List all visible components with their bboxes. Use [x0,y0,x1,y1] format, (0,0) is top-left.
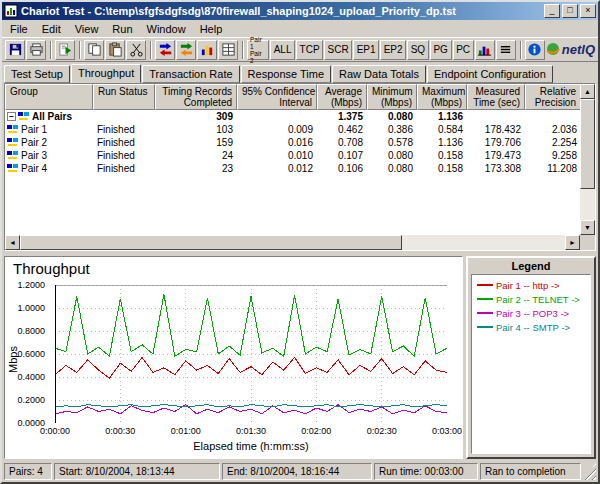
group-label: Pair 4 [21,163,47,174]
scroll-right-icon[interactable]: ► [565,235,580,250]
avg-cell: 0.106 [317,163,367,174]
column-header-average[interactable]: Average(Mbps) [317,84,367,110]
x-tick-label: 0:01:30 [226,426,276,436]
horizontal-scroll-thumb[interactable] [20,235,402,250]
toolbar-button-sq[interactable]: SQ [407,40,429,60]
vertical-scroll-track[interactable] [580,99,595,220]
menu-item-help[interactable]: Help [193,21,230,37]
min-cell: 0.080 [367,150,417,161]
tab-test-setup[interactable]: Test Setup [4,65,70,83]
max-cell: 1.136 [417,111,467,122]
menu-item-run[interactable]: Run [105,21,139,37]
copy-button[interactable] [84,40,104,60]
legend-item: Pair 3 -- POP3 -> [474,306,588,320]
menu-item-view[interactable]: View [68,21,106,37]
status-segment: Ran to completion [480,463,581,480]
pair-add-button[interactable] [155,40,175,60]
vertical-scroll-thumb[interactable] [580,99,595,189]
column-header-measured[interactable]: MeasuredTime (sec) [467,84,525,110]
column-header-minimum[interactable]: Minimum(Mbps) [367,84,417,110]
pair-icon [7,163,19,174]
horizontal-scroll-track[interactable] [20,235,565,250]
run-group-button[interactable] [55,40,75,60]
print-button[interactable] [26,40,46,60]
confidence-cell: 0.009 [237,124,317,135]
chart-title: Throughput [13,260,90,277]
column-header-relative[interactable]: RelativePrecision [525,84,580,110]
column-header-timing-records[interactable]: Timing RecordsCompleted [155,84,237,110]
cut-button[interactable] [126,40,146,60]
toolbar-separator [520,41,522,59]
resize-grip[interactable] [583,463,596,480]
paste-button[interactable] [105,40,125,60]
application-window: Chariot Test - C:\temp\sfgfsdgfsdg\870fi… [0,0,600,484]
results-table: GroupRun StatusTiming RecordsCompleted95… [5,84,580,235]
x-tick-label: 0:00:00 [30,426,80,436]
toolbar-button-all[interactable]: ALL [270,40,295,60]
tab-response-time[interactable]: Response Time [241,65,331,83]
group-label: Pair 1 [21,124,47,135]
pair-copy-button[interactable] [176,40,196,60]
info-button[interactable] [525,40,545,60]
title-bar[interactable]: Chariot Test - C:\temp\sfgfsdgfsdg\870fi… [2,2,598,20]
chart-icon [477,42,492,57]
tab-endpoint-configuration[interactable]: Endpoint Configuration [427,65,553,83]
confidence-cell: 0.012 [237,163,317,174]
toolbar-separator [79,41,81,59]
scroll-up-icon[interactable]: ▲ [580,84,595,99]
avg-cell: 0.708 [317,137,367,148]
maximize-button[interactable]: □ [562,4,578,18]
legend-swatch [477,298,493,300]
table-row-all-pairs[interactable]: −All Pairs3091.3750.0801.136 [5,110,580,123]
legend-item: Pair 1 -- http -> [474,278,588,292]
pair-1-2-button[interactable]: Pair 1Pair 2 [247,40,269,60]
table-row-pair-1[interactable]: Pair 1Finished1030.0090.4620.3860.584178… [5,123,580,136]
y-tick-label: 0.4000 [5,372,49,382]
tab-transaction-rate[interactable]: Transaction Rate [142,65,239,83]
legend-label: Pair 3 -- POP3 -> [496,308,569,319]
chart-button[interactable] [475,40,495,60]
menu-lines-button[interactable] [496,40,516,60]
close-button[interactable]: × [580,4,596,18]
minimize-button[interactable]: _ [544,4,560,18]
column-header-maximum[interactable]: Maximum(Mbps) [417,84,467,110]
tab-raw-data-totals[interactable]: Raw Data Totals [332,65,426,83]
scroll-down-icon[interactable]: ▼ [580,220,595,235]
column-header-run-status[interactable]: Run Status [93,84,155,110]
table-row-pair-4[interactable]: Pair 4Finished230.0120.1060.0800.158173.… [5,162,580,175]
y-tick-label: 1.2000 [5,280,49,290]
pair-grid-button[interactable] [218,40,238,60]
table-vertical-scrollbar[interactable]: ▲ ▼ [580,84,595,235]
toolbar-button-scr[interactable]: SCR [324,40,352,60]
table-row-pair-2[interactable]: Pair 2Finished1590.0160.7080.5781.136179… [5,136,580,149]
confidence-cell: 0.016 [237,137,317,148]
toolbar-button-ep2[interactable]: EP2 [380,40,406,60]
menu-item-edit[interactable]: Edit [35,21,68,37]
table-body: −All Pairs3091.3750.0801.136Pair 1Finish… [5,110,580,175]
menu-item-window[interactable]: Window [140,21,193,37]
pair-icon [7,137,19,148]
pair-grid-icon [221,42,236,57]
toolbar-button-pg[interactable]: PG [430,40,452,60]
group-cell: −All Pairs [5,111,93,122]
column-header-group[interactable]: Group [5,84,93,110]
min-cell: 0.386 [367,124,417,135]
status-bar: Pairs: 4Start: 8/10/2004, 18:13:44End: 8… [2,461,598,482]
column-header-95-confidence[interactable]: 95% ConfidenceInterval [237,84,317,110]
group-cell: Pair 3 [5,150,93,161]
window-title: Chariot Test - C:\temp\sfgfsdgfsdg\870fi… [21,5,542,17]
toolbar-button-tcp[interactable]: TCP [296,40,323,60]
table-row-pair-3[interactable]: Pair 3Finished240.0100.1070.0800.158179.… [5,149,580,162]
menu-item-file[interactable]: File [3,21,35,37]
tab-throughput[interactable]: Throughput [71,64,141,83]
pair-chart-button[interactable] [197,40,217,60]
max-cell: 1.136 [417,137,467,148]
toolbar-separator [242,41,244,59]
toolbar-button-pc[interactable]: PC [453,40,474,60]
save-button[interactable] [5,40,25,60]
toolbar-button-ep1[interactable]: EP1 [353,40,379,60]
scroll-left-icon[interactable]: ◄ [5,235,20,250]
min-cell: 0.578 [367,137,417,148]
expand-collapse-box[interactable]: − [7,112,16,121]
x-tick-label: 0:01:00 [161,426,211,436]
